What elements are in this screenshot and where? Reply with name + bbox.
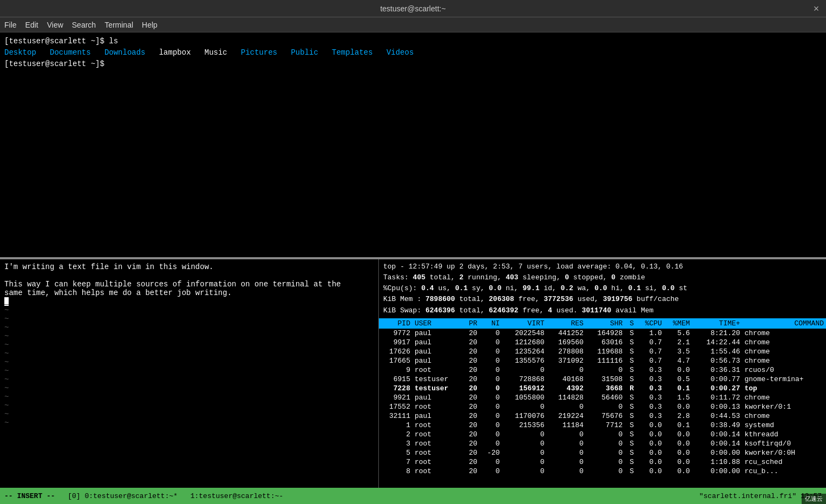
- top-line2: Tasks: 405 total, 2 running, 403 sleepin…: [383, 272, 822, 283]
- top-table-wrapper: PID USER PR NI VIRT RES SHR S %CPU %MEM …: [379, 318, 826, 476]
- top-table-body: 9772paul2002022548441252164928S1.05.68:2…: [379, 329, 826, 476]
- vim-cursor-line: _: [4, 297, 374, 306]
- table-row: 9772paul2002022548441252164928S1.05.68:2…: [379, 329, 826, 338]
- col-cpu: %CPU: [636, 318, 664, 329]
- table-row: 17665paul2001355576371092111116S0.74.70:…: [379, 356, 826, 365]
- vim-line-blank: [4, 271, 374, 280]
- titlebar: testuser@scarlett:~ ×: [0, 0, 826, 17]
- table-row: 2root200000S0.00.00:00.14kthreadd: [379, 430, 826, 439]
- menu-item-edit[interactable]: Edit: [25, 21, 38, 29]
- table-row: 8root200000S0.00.00:00.00rcu_b...: [379, 467, 826, 476]
- col-time: TIME+: [692, 318, 743, 329]
- top-pane: top - 12:57:49 up 2 days, 2:53, 7 users,…: [379, 259, 826, 488]
- vim-tilde-4: ~: [4, 332, 374, 341]
- vim-tilde-6: ~: [4, 349, 374, 358]
- top-line3: %Cpu(s): 0.4 us, 0.1 sy, 0.0 ni, 99.1 id…: [383, 283, 822, 294]
- col-virt: VIRT: [502, 318, 547, 329]
- table-row: 3root200000S0.00.00:00.14ksoftirqd/0: [379, 439, 826, 448]
- menubar: FileEditViewSearchTerminalHelp: [0, 17, 826, 32]
- terminal-line-2: Desktop Documents Downloads lampbox Musi…: [4, 47, 822, 58]
- menu-item-terminal[interactable]: Terminal: [104, 21, 133, 29]
- vim-tilde-13: ~: [4, 410, 374, 418]
- col-pr: PR: [463, 318, 480, 329]
- top-table: PID USER PR NI VIRT RES SHR S %CPU %MEM …: [379, 318, 826, 476]
- vim-tilde-3: ~: [4, 323, 374, 332]
- top-terminal[interactable]: [testuser@scarlett ~]$ ls Desktop Docume…: [0, 32, 826, 257]
- vim-tilde-14: ~: [4, 418, 374, 427]
- vim-tilde-9: ~: [4, 375, 374, 384]
- terminal-line-1: [testuser@scarlett ~]$ ls: [4, 36, 822, 47]
- watermark: 亿速云: [802, 494, 826, 504]
- col-pid: PID: [379, 318, 412, 329]
- col-s: S: [625, 318, 636, 329]
- table-row: 9917paul200121268016956063016S0.72.114:2…: [379, 338, 826, 347]
- table-row: 17626paul2001235264278808119688S0.73.51:…: [379, 347, 826, 356]
- menu-item-view[interactable]: View: [47, 21, 63, 29]
- col-ni: NI: [480, 318, 502, 329]
- col-user: USER: [412, 318, 463, 329]
- menu-item-search[interactable]: Search: [72, 21, 96, 29]
- table-header-row: PID USER PR NI VIRT RES SHR S %CPU %MEM …: [379, 318, 826, 329]
- bottom-area: I'm writing a text file in vim in this w…: [0, 259, 826, 488]
- top-line4: KiB Mem : 7898600 total, 206308 free, 37…: [383, 294, 822, 305]
- tab1-label[interactable]: 1:testuser@scarlett:~-: [191, 492, 284, 500]
- table-row: 7root200000S0.00.01:10.88rcu_sched: [379, 457, 826, 467]
- close-button[interactable]: ×: [811, 3, 822, 14]
- table-row: 7228testuser20015691243923668R0.30.10:00…: [379, 384, 826, 393]
- top-line1: top - 12:57:49 up 2 days, 2:53, 7 users,…: [383, 261, 822, 272]
- table-row: 1root200215356111847712S0.00.10:38.49sys…: [379, 421, 826, 430]
- vim-tilde-8: ~: [4, 366, 374, 375]
- col-shr: SHR: [586, 318, 625, 329]
- vim-tilde-1: ~: [4, 306, 374, 315]
- vim-tilde-7: ~: [4, 358, 374, 366]
- insert-mode-label: -- INSERT --: [4, 492, 55, 500]
- titlebar-title: testuser@scarlett:~: [380, 4, 445, 13]
- vim-pane[interactable]: I'm writing a text file in vim in this w…: [0, 259, 379, 488]
- table-row: 32111paul200117007621922475676S0.32.80:4…: [379, 411, 826, 421]
- vim-line-text2: This way I can keep multiple sources of …: [4, 280, 374, 289]
- top-line5: KiB Swap: 6246396 total, 6246392 free, 4…: [383, 305, 822, 316]
- col-mem: %MEM: [664, 318, 692, 329]
- vim-line-text: I'm writing a text file in vim in this w…: [4, 263, 374, 271]
- vim-tilde-11: ~: [4, 392, 374, 401]
- statusbar-left: -- INSERT -- [0] 0:testuser@scarlett:~* …: [0, 492, 379, 500]
- statusbar: -- INSERT -- [0] 0:testuser@scarlett:~* …: [0, 488, 826, 504]
- menu-item-help[interactable]: Help: [142, 21, 158, 29]
- table-row: 6915testuser2007288684016831508S0.30.50:…: [379, 375, 826, 384]
- vim-tilde-5: ~: [4, 341, 374, 349]
- top-header: top - 12:57:49 up 2 days, 2:53, 7 users,…: [379, 259, 826, 318]
- vim-line-text3: same time, which helps me do a better jo…: [4, 289, 374, 297]
- terminal-line-3: [testuser@scarlett ~]$: [4, 58, 822, 70]
- tab0-label[interactable]: [0] 0:testuser@scarlett:~*: [68, 492, 178, 500]
- vim-tilde-12: ~: [4, 401, 374, 410]
- col-command: COMMAND: [742, 318, 826, 329]
- table-row: 17552root200000S0.30.00:00.13kworker/0:1: [379, 402, 826, 411]
- vim-tilde-2: ~: [4, 315, 374, 323]
- table-row: 9root200000S0.30.00:36.31rcuos/0: [379, 365, 826, 375]
- col-res: RES: [547, 318, 586, 329]
- statusbar-right: "scarlett.internal.fri" 12:57: [379, 492, 826, 500]
- table-row: 9921paul200105580011482856460S0.31.50:11…: [379, 393, 826, 402]
- menu-item-file[interactable]: File: [4, 21, 17, 29]
- table-row: 5root20-20000S0.00.00:00.00kworker/0:0H: [379, 448, 826, 457]
- vim-tilde-10: ~: [4, 384, 374, 392]
